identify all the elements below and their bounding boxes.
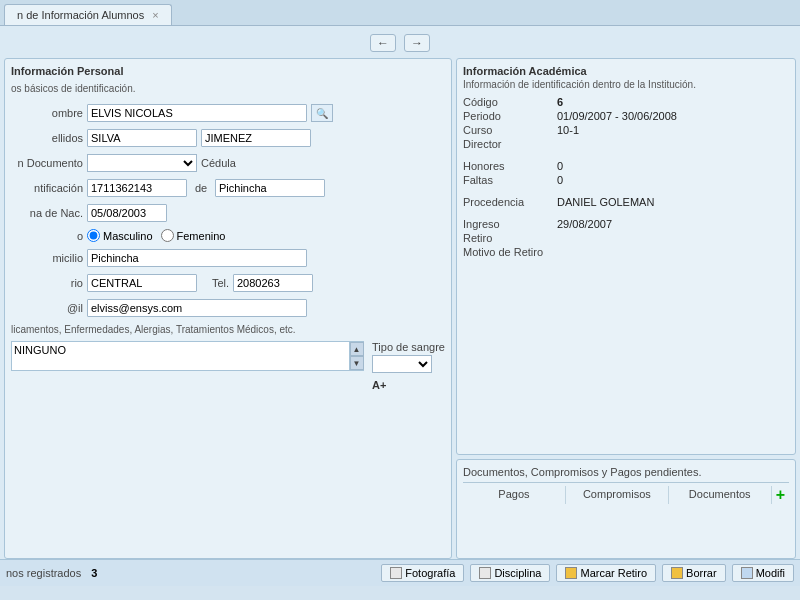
- ingreso-key: Ingreso: [463, 218, 553, 230]
- tab-label: n de Información Alumnos: [17, 9, 144, 21]
- fotografia-label: Fotografía: [405, 567, 455, 579]
- email-row: @il: [11, 299, 445, 317]
- personal-info-panel: Información Personal os básicos de ident…: [4, 58, 452, 559]
- modificar-icon: [741, 567, 753, 579]
- retiro-val: [557, 232, 789, 244]
- motivo-val: [557, 246, 789, 258]
- genero-row: o Masculino Femenino: [11, 229, 445, 242]
- de-label: de: [191, 182, 211, 194]
- periodo-val: 01/09/2007 - 30/06/2008: [557, 110, 789, 122]
- tab-close-icon[interactable]: ×: [152, 9, 158, 21]
- fotografia-button[interactable]: Fotografía: [381, 564, 464, 582]
- nombre-label: ombre: [11, 107, 83, 119]
- academic-section-subtitle: Información de identificación dentro de …: [463, 79, 789, 90]
- fotografia-icon: [390, 567, 402, 579]
- academic-info-grid: Código 6 Periodo 01/09/2007 - 30/06/2008…: [463, 96, 789, 258]
- scroll-up-btn[interactable]: ▲: [350, 342, 364, 356]
- blood-type-section: Tipo de sangre A+: [372, 341, 445, 391]
- main-tab[interactable]: n de Información Alumnos ×: [4, 4, 172, 25]
- next-button[interactable]: →: [404, 34, 430, 52]
- fecha-input[interactable]: [87, 204, 167, 222]
- domicilio-label: micilio: [11, 252, 83, 264]
- academic-info-panel: Información Académica Información de ide…: [456, 58, 796, 455]
- cedula-label: Cédula: [201, 157, 236, 169]
- director-val: [557, 138, 789, 150]
- modificar-button[interactable]: Modifi: [732, 564, 794, 582]
- nombre-row: ombre 🔍: [11, 104, 445, 122]
- procedencia-val: DANIEL GOLEMAN: [557, 196, 789, 208]
- alumnos-count: 3: [91, 567, 97, 579]
- honores-val: 0: [557, 160, 789, 172]
- barrio-row: rio Tel.: [11, 274, 445, 292]
- documento-row: n Documento Cédula: [11, 154, 445, 172]
- tel-label: Tel.: [201, 277, 229, 289]
- ingreso-val: 29/08/2007: [557, 218, 789, 230]
- scroll-down-btn[interactable]: ▼: [350, 356, 364, 370]
- barrio-input[interactable]: [87, 274, 197, 292]
- masculino-radio[interactable]: [87, 229, 100, 242]
- marcar-retiro-button[interactable]: Marcar Retiro: [556, 564, 656, 582]
- borrar-button[interactable]: Borrar: [662, 564, 726, 582]
- blood-type-label: Tipo de sangre: [372, 341, 445, 353]
- fecha-label: na de Nac.: [11, 207, 83, 219]
- fecha-row: na de Nac.: [11, 204, 445, 222]
- marcar-retiro-label: Marcar Retiro: [580, 567, 647, 579]
- disciplina-icon: [479, 567, 491, 579]
- honores-key: Honores: [463, 160, 553, 172]
- masculino-radio-item: Masculino: [87, 229, 153, 242]
- search-button[interactable]: 🔍: [311, 104, 333, 122]
- medical-box: NINGUNO ▲ ▼: [11, 341, 364, 371]
- medical-section-label: licamentos, Enfermedades, Alergias, Trat…: [11, 324, 445, 335]
- two-columns: Información Personal os básicos de ident…: [0, 58, 800, 559]
- apellidos-row: ellidos: [11, 129, 445, 147]
- barrio-label: rio: [11, 277, 83, 289]
- codigo-key: Código: [463, 96, 553, 108]
- genero-radio-group: Masculino Femenino: [87, 229, 225, 242]
- blood-type-value: A+: [372, 379, 445, 391]
- motivo-key: Motivo de Retiro: [463, 246, 553, 258]
- femenino-radio[interactable]: [161, 229, 174, 242]
- director-key: Director: [463, 138, 553, 150]
- nombre-input[interactable]: [87, 104, 307, 122]
- genero-label: o: [11, 230, 83, 242]
- apellido2-input[interactable]: [201, 129, 311, 147]
- medical-area: NINGUNO ▲ ▼ Tipo de sangre A+: [11, 341, 445, 391]
- provincia-input[interactable]: [215, 179, 325, 197]
- personal-section-subtitle: os básicos de identificación.: [11, 83, 445, 94]
- documento-label: n Documento: [11, 157, 83, 169]
- periodo-key: Periodo: [463, 110, 553, 122]
- prev-button[interactable]: ←: [370, 34, 396, 52]
- personal-section-title: Información Personal: [11, 65, 445, 77]
- faltas-val: 0: [557, 174, 789, 186]
- femenino-label: Femenino: [177, 230, 226, 242]
- tel-input[interactable]: [233, 274, 313, 292]
- domicilio-row: micilio: [11, 249, 445, 267]
- email-input[interactable]: [87, 299, 307, 317]
- masculino-label: Masculino: [103, 230, 153, 242]
- add-document-button[interactable]: +: [772, 486, 789, 504]
- disciplina-button[interactable]: Disciplina: [470, 564, 550, 582]
- curso-key: Curso: [463, 124, 553, 136]
- alumnos-label: nos registrados: [6, 567, 81, 579]
- identificacion-input[interactable]: [87, 179, 187, 197]
- identificacion-label: ntificación: [11, 182, 83, 194]
- docs-cols: Pagos Compromisos Documentos +: [463, 482, 789, 504]
- codigo-val: 6: [557, 96, 789, 108]
- blood-type-select[interactable]: [372, 355, 432, 373]
- medical-scrollbar: ▲ ▼: [349, 342, 363, 370]
- curso-val: 10-1: [557, 124, 789, 136]
- faltas-key: Faltas: [463, 174, 553, 186]
- medical-textarea[interactable]: NINGUNO: [12, 342, 349, 370]
- disciplina-label: Disciplina: [494, 567, 541, 579]
- borrar-icon: [671, 567, 683, 579]
- right-panel: Información Académica Información de ide…: [456, 58, 796, 559]
- docs-header: Documentos, Compromisos y Pagos pendient…: [463, 466, 789, 478]
- email-label: @il: [11, 302, 83, 314]
- main-content: ← → Información Personal os básicos de i…: [0, 26, 800, 586]
- compromisos-col: Compromisos: [566, 486, 669, 504]
- identificacion-row: ntificación de: [11, 179, 445, 197]
- apellido1-input[interactable]: [87, 129, 197, 147]
- documents-panel: Documentos, Compromisos y Pagos pendient…: [456, 459, 796, 559]
- documento-select[interactable]: [87, 154, 197, 172]
- domicilio-input[interactable]: [87, 249, 307, 267]
